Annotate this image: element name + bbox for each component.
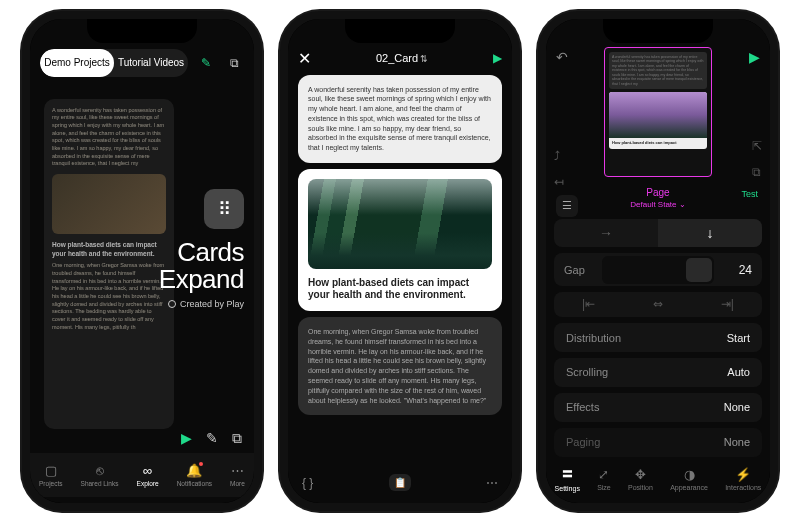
duplicate-icon[interactable]: ⧉ xyxy=(752,165,762,179)
tab-notifications[interactable]: 🔔 Notifications xyxy=(177,463,212,487)
gap-value[interactable]: 24 xyxy=(722,263,752,277)
prop-label: Distribution xyxy=(566,332,621,344)
more-icon: ⋯ xyxy=(231,463,244,478)
segment-tutorial-videos[interactable]: Tutorial Videos xyxy=(114,49,188,77)
prop-value: None xyxy=(724,401,750,413)
background-card-preview: A wonderful serenity has taken possessio… xyxy=(44,99,174,429)
distribution-row[interactable]: Distribution Start xyxy=(554,323,762,352)
align-center-icon[interactable]: ⇔ xyxy=(623,292,692,317)
tab-label: Interactions xyxy=(725,484,761,491)
author-avatar-icon xyxy=(168,300,176,308)
clipboard-icon[interactable]: 📋 xyxy=(389,474,411,491)
code-icon[interactable]: { } xyxy=(302,476,313,490)
project-title-line1: Cards xyxy=(159,239,244,266)
undo-icon[interactable]: ↶ xyxy=(556,49,568,65)
appearance-icon: ◑ xyxy=(684,467,695,482)
bring-forward-icon[interactable]: ⇱ xyxy=(752,139,762,153)
size-icon: ⤢ xyxy=(598,467,609,482)
page-title-dropdown[interactable]: 02_Card⇅ xyxy=(376,52,428,64)
right-toolbar: ⇱ ⧉ xyxy=(752,139,762,179)
tab-label: Position xyxy=(628,484,653,491)
text-card-2[interactable]: One morning, when Gregor Samsa woke from… xyxy=(298,317,502,415)
tab-interactions[interactable]: ⚡ Interactions xyxy=(725,467,761,491)
tab-label: Notifications xyxy=(177,480,212,487)
pen-icon[interactable]: ✎ xyxy=(196,53,216,73)
tab-shared-links[interactable]: ⎋ Shared Links xyxy=(81,463,119,487)
tab-label: Shared Links xyxy=(81,480,119,487)
bell-icon: 🔔 xyxy=(186,463,202,478)
tab-label: Appearance xyxy=(670,484,708,491)
phone-canvas: ✕ 02_Card⇅ ▶ A wonderful serenity has ta… xyxy=(280,11,520,511)
gap-control: Gap 24 xyxy=(554,253,762,285)
canvas-body[interactable]: A wonderful serenity has taken possessio… xyxy=(298,75,502,467)
play-icon[interactable]: ▶ xyxy=(493,51,502,65)
mini-text-card: A wonderful serenity has taken possessio… xyxy=(609,52,707,90)
projects-icon: ▢ xyxy=(45,463,57,478)
project-overlay: ⠿ Cards Expand Created by Play xyxy=(159,189,244,310)
text-card-1[interactable]: A wonderful serenity has taken possessio… xyxy=(298,75,502,164)
tab-label: More xyxy=(230,480,245,487)
paging-row[interactable]: Paging None xyxy=(554,428,762,457)
phone-explore: Demo Projects Tutorial Videos ✎ ⧉ A wond… xyxy=(22,11,262,511)
prop-label: Scrolling xyxy=(566,366,608,378)
play-icon[interactable]: ▶ xyxy=(181,430,192,447)
tab-position[interactable]: ✥ Position xyxy=(628,467,653,491)
explore-icon: ∞ xyxy=(143,463,152,478)
axis-vertical[interactable]: ↓ xyxy=(658,219,762,248)
interactions-icon: ⚡ xyxy=(735,467,751,482)
tab-explore[interactable]: ∞ Explore xyxy=(137,463,159,487)
gap-slider[interactable] xyxy=(602,256,714,284)
tab-more[interactable]: ⋯ More xyxy=(230,463,245,487)
prop-label: Paging xyxy=(566,436,600,448)
position-icon: ✥ xyxy=(635,467,646,482)
image-card[interactable]: How plant-based diets can impact your he… xyxy=(298,169,502,311)
selection-info: Page Default State ⌄ Test xyxy=(546,187,770,209)
edit-icon[interactable]: ✎ xyxy=(206,430,218,447)
project-byline: Created by Play xyxy=(159,299,244,309)
align-end-icon[interactable]: ⇥| xyxy=(693,292,762,317)
segment-demo-projects[interactable]: Demo Projects xyxy=(40,49,114,77)
axis-horizontal[interactable]: → xyxy=(554,219,658,248)
tab-label: Explore xyxy=(137,480,159,487)
tab-label: Settings xyxy=(555,485,580,492)
close-icon[interactable]: ✕ xyxy=(298,49,311,68)
selected-element-name[interactable]: Page xyxy=(546,187,770,198)
mini-forest-image xyxy=(609,92,707,138)
test-button[interactable]: Test xyxy=(741,189,758,199)
axis-selector[interactable]: → ↓ xyxy=(554,219,762,248)
tab-size[interactable]: ⤢ Size xyxy=(597,467,611,491)
tab-projects[interactable]: ▢ Projects xyxy=(39,463,62,487)
selected-page-preview[interactable]: A wonderful serenity has taken possessio… xyxy=(604,47,712,177)
ellipsis-icon[interactable]: ⋯ xyxy=(486,476,498,490)
card-paragraph-2: One morning, when Gregor Samsa woke from… xyxy=(52,262,166,331)
effects-row[interactable]: Effects None xyxy=(554,393,762,422)
shared-links-icon: ⎋ xyxy=(96,463,104,478)
bottom-tab-bar: ▢ Projects ⎋ Shared Links ∞ Explore 🔔 No… xyxy=(30,453,254,497)
segmented-control[interactable]: Demo Projects Tutorial Videos xyxy=(40,49,188,77)
state-label: Default State xyxy=(630,200,676,209)
tab-label: Size xyxy=(597,484,611,491)
tab-settings[interactable]: 〓 Settings xyxy=(555,465,580,492)
chevron-updown-icon: ⇅ xyxy=(420,54,428,64)
card-image-placeholder xyxy=(52,174,166,234)
duplicate-icon[interactable]: ⧉ xyxy=(232,430,242,447)
add-layer-icon[interactable]: ⧉ xyxy=(224,53,244,73)
align-top-icon[interactable]: ⤴ xyxy=(554,149,564,163)
canvas-bottom-bar: { } 📋 ⋯ xyxy=(288,469,512,497)
chevron-down-icon: ⌄ xyxy=(679,200,686,209)
prop-value: Auto xyxy=(727,366,750,378)
settings-icon: 〓 xyxy=(561,465,574,483)
play-icon[interactable]: ▶ xyxy=(749,49,760,65)
slider-knob[interactable] xyxy=(686,258,712,282)
gap-label: Gap xyxy=(564,264,594,276)
notch xyxy=(345,19,455,43)
alignment-control[interactable]: |⇤ ⇔ ⇥| xyxy=(554,292,762,317)
scrolling-row[interactable]: Scrolling Auto xyxy=(554,358,762,387)
state-dropdown[interactable]: Default State ⌄ xyxy=(546,200,770,209)
prop-value: Start xyxy=(727,332,750,344)
notch xyxy=(87,19,197,43)
align-start-icon[interactable]: |⇤ xyxy=(554,292,623,317)
tab-appearance[interactable]: ◑ Appearance xyxy=(670,467,708,491)
forest-image xyxy=(308,179,492,269)
card-paragraph: A wonderful serenity has taken possessio… xyxy=(52,107,166,169)
